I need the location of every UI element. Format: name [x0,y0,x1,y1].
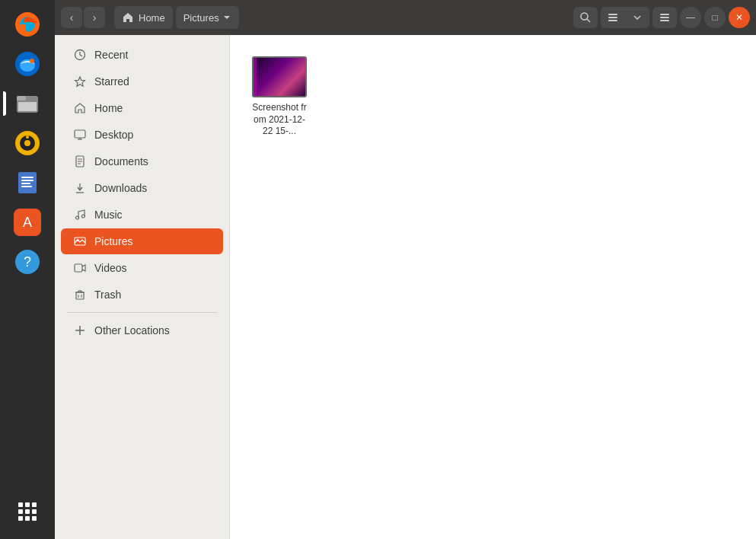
svg-rect-13 [21,177,33,178]
chevron-down-icon [633,13,642,22]
svg-text:A: A [23,215,32,230]
application-dock: A ? [0,0,55,539]
view-options-button[interactable] [625,7,649,28]
svg-point-43 [77,239,79,241]
file-item[interactable]: Screenshot from 2021-12-22 15-... [245,50,314,144]
home-label: Home [139,12,165,24]
dock-icon-appstore[interactable]: A [9,204,46,241]
music-icon [73,208,87,222]
svg-rect-16 [21,186,32,187]
document-icon [73,155,87,168]
svg-rect-14 [21,180,33,181]
list-view-icon [607,11,619,24]
svg-rect-25 [608,20,617,21]
location-breadcrumb[interactable]: Pictures [176,6,239,29]
sidebar: Recent Starred Home [55,35,230,539]
sidebar-separator [67,312,217,313]
titlebar: ‹ › Home Pictures [55,0,756,35]
file-manager-window: ‹ › Home Pictures [55,0,756,539]
hamburger-icon [659,11,671,24]
file-grid: Screenshot from 2021-12-22 15-... [245,50,741,144]
svg-rect-24 [608,17,617,18]
sidebar-item-recent[interactable]: Recent [61,42,223,68]
dock-icon-help[interactable]: ? [9,244,46,280]
star-icon [73,75,87,88]
svg-rect-27 [660,17,669,18]
sidebar-item-label-downloads: Downloads [94,182,147,194]
sidebar-item-videos[interactable]: Videos [61,255,223,281]
svg-rect-45 [76,292,84,299]
thumbnail-preview [254,58,305,96]
content-row: Recent Starred Home [55,35,756,539]
svg-point-40 [76,216,79,219]
sidebar-item-home[interactable]: Home [61,95,223,121]
sidebar-item-other-locations[interactable]: Other Locations [61,317,223,343]
trash-icon [73,288,87,301]
nav-buttons: ‹ › [61,7,105,28]
sidebar-item-label-pictures: Pictures [94,235,133,247]
grid-icon [18,502,37,521]
minimize-button[interactable]: — [680,7,701,28]
svg-rect-26 [660,14,669,15]
view-toggle [601,7,649,28]
dock-icon-firefox[interactable] [9,6,46,43]
desktop-icon [73,128,87,142]
sidebar-item-label-other: Other Locations [94,324,170,336]
sidebar-item-pictures[interactable]: Pictures [61,228,223,254]
menu-button[interactable] [652,7,677,28]
sidebar-item-desktop[interactable]: Desktop [61,122,223,148]
svg-line-22 [587,19,590,22]
svg-text:?: ? [24,254,31,270]
dock-show-apps[interactable] [9,493,46,530]
file-area: Screenshot from 2021-12-22 15-... [230,35,756,539]
dock-icon-rhythmbox[interactable] [9,125,46,161]
sidebar-item-trash[interactable]: Trash [61,282,223,308]
search-button[interactable] [573,7,598,28]
sidebar-item-music[interactable]: Music [61,202,223,228]
sidebar-item-label-trash: Trash [94,289,121,301]
sidebar-item-starred[interactable]: Starred [61,69,223,94]
sidebar-item-label-documents: Documents [94,155,148,167]
back-button[interactable]: ‹ [61,7,82,28]
svg-rect-44 [75,264,82,272]
list-view-button[interactable] [601,7,625,28]
close-button[interactable]: ✕ [729,7,750,28]
dock-icon-thunderbird[interactable] [9,46,46,82]
pictures-icon [73,234,87,248]
maximize-button[interactable]: □ [704,7,726,28]
svg-rect-28 [660,20,669,21]
sidebar-item-label-desktop: Desktop [94,129,133,141]
svg-point-21 [581,13,588,20]
svg-marker-30 [75,77,85,86]
svg-point-4 [30,59,34,63]
video-icon [73,261,87,275]
svg-rect-6 [17,96,26,100]
sidebar-item-label-recent: Recent [94,49,128,61]
sidebar-item-label-videos: Videos [94,262,127,274]
home-icon [73,101,87,115]
thumbnail-bar [254,58,257,96]
svg-rect-7 [18,102,37,111]
sidebar-item-documents[interactable]: Documents [61,148,223,174]
sidebar-item-label-starred: Starred [94,75,129,88]
file-name: Screenshot from 2021-12-22 15-... [251,102,308,138]
chevron-down-icon [222,13,231,22]
sidebar-item-label-home: Home [94,102,123,114]
svg-point-10 [24,140,30,146]
svg-point-11 [26,136,29,139]
sidebar-item-downloads[interactable]: Downloads [61,175,223,201]
clock-icon [73,48,87,62]
plus-icon [73,324,87,337]
forward-button[interactable]: › [84,7,105,28]
search-icon [579,11,592,24]
dock-icon-files[interactable] [9,85,46,122]
location-label: Pictures [183,12,219,24]
svg-point-41 [82,215,85,218]
sidebar-item-label-music: Music [94,209,123,221]
home-icon [122,11,134,24]
download-icon [73,181,87,195]
home-breadcrumb[interactable]: Home [114,6,173,29]
dock-icon-writer[interactable] [9,164,46,201]
titlebar-actions: — □ ✕ [573,7,750,28]
svg-rect-31 [75,130,85,138]
